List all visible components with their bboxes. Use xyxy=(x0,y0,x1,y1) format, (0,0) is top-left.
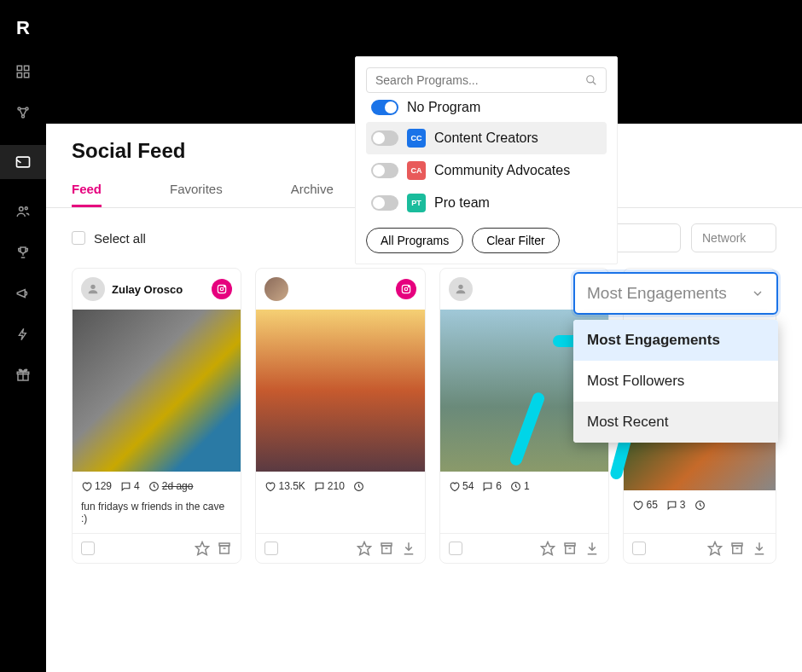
select-all-checkbox[interactable] xyxy=(72,231,85,245)
card-checkbox[interactable] xyxy=(264,542,278,555)
svg-marker-29 xyxy=(542,542,555,555)
program-badge: CC xyxy=(407,129,426,148)
program-badge: PT xyxy=(407,194,426,212)
search-icon xyxy=(585,74,597,86)
program-row-no-program[interactable]: No Program xyxy=(366,93,607,122)
nav-feed-icon[interactable] xyxy=(0,145,46,179)
comments-stat: 4 xyxy=(120,480,140,492)
tab-favorites[interactable]: Favorites xyxy=(170,173,223,207)
post-image[interactable] xyxy=(624,435,776,490)
svg-rect-35 xyxy=(733,546,742,553)
annotation-scribble xyxy=(509,391,546,466)
select-all[interactable]: Select all xyxy=(72,231,146,246)
avatar[interactable] xyxy=(449,277,473,301)
network-dropdown[interactable]: Network xyxy=(691,223,776,252)
svg-rect-19 xyxy=(220,546,230,553)
svg-marker-33 xyxy=(708,542,721,555)
sort-option-most-followers[interactable]: Most Followers xyxy=(573,361,778,402)
author-name[interactable]: Zulay Orosco xyxy=(112,283,183,296)
tab-feed[interactable]: Feed xyxy=(72,173,102,207)
toggle[interactable] xyxy=(371,195,398,211)
sort-label: Most Engagements xyxy=(587,284,727,303)
time-stat: 2d ago xyxy=(148,480,194,492)
svg-point-27 xyxy=(458,285,462,289)
program-badge: CA xyxy=(407,161,426,180)
heart-icon xyxy=(81,481,92,492)
card-footer xyxy=(624,533,776,563)
avatar[interactable] xyxy=(264,277,288,301)
card-checkbox[interactable] xyxy=(81,542,95,555)
post-image[interactable] xyxy=(73,310,241,472)
svg-point-8 xyxy=(20,207,24,211)
card-footer xyxy=(256,533,424,563)
svg-point-6 xyxy=(22,115,25,118)
clear-filter-button[interactable]: Clear Filter xyxy=(472,228,559,253)
avatar[interactable] xyxy=(81,277,105,301)
archive-icon[interactable] xyxy=(379,541,394,556)
comments-stat: 6 xyxy=(482,480,502,492)
program-row-pro-team[interactable]: PT Pro team xyxy=(366,187,607,219)
download-icon[interactable] xyxy=(584,541,600,556)
sort-menu: Most Engagements Most Followers Most Rec… xyxy=(573,320,778,443)
svg-point-14 xyxy=(221,287,224,291)
likes-stat: 129 xyxy=(81,480,112,492)
likes-stat: 13.5K xyxy=(264,480,305,492)
programs-search-input[interactable] xyxy=(375,73,578,87)
toggle[interactable] xyxy=(371,130,398,146)
sort-button[interactable]: Most Engagements xyxy=(573,272,778,315)
card-checkbox[interactable] xyxy=(632,542,646,555)
post-image[interactable] xyxy=(256,310,424,472)
svg-point-21 xyxy=(404,287,408,291)
archive-icon[interactable] xyxy=(217,541,232,556)
nav-gift-icon[interactable] xyxy=(15,367,32,384)
star-icon[interactable] xyxy=(195,541,210,556)
nav-trophy-icon[interactable] xyxy=(15,244,32,261)
svg-point-9 xyxy=(25,207,27,210)
svg-rect-1 xyxy=(25,66,29,70)
svg-marker-17 xyxy=(196,542,209,555)
clock-icon xyxy=(148,481,160,492)
sort-option-most-recent[interactable]: Most Recent xyxy=(573,402,778,443)
tab-archive[interactable]: Archive xyxy=(291,173,334,207)
sidebar-nav: R xyxy=(0,0,46,672)
toggle-no-program[interactable] xyxy=(371,100,398,115)
toggle[interactable] xyxy=(371,163,398,178)
download-icon[interactable] xyxy=(752,541,767,556)
programs-popover: No Program CC Content Creators CA Commun… xyxy=(355,56,618,264)
nav-dashboard-icon[interactable] xyxy=(15,63,32,80)
star-icon[interactable] xyxy=(540,541,555,556)
program-label: Pro team xyxy=(434,195,490,211)
nav-connections-icon[interactable] xyxy=(15,104,32,121)
all-programs-button[interactable]: All Programs xyxy=(366,228,463,253)
archive-icon[interactable] xyxy=(562,541,578,556)
program-row-content-creators[interactable]: CC Content Creators xyxy=(366,122,607,154)
archive-icon[interactable] xyxy=(729,541,745,556)
download-icon[interactable] xyxy=(401,541,416,556)
svg-point-12 xyxy=(90,285,95,289)
time-stat xyxy=(694,500,706,511)
svg-point-22 xyxy=(408,287,409,287)
programs-search[interactable] xyxy=(366,67,607,93)
comments-stat: 3 xyxy=(666,499,686,511)
logo: R xyxy=(16,17,30,39)
time-stat: 1 xyxy=(510,480,530,492)
card-footer xyxy=(440,533,608,563)
feed-card: Zulay Orosco 129 4 2d ago fun fridays w … xyxy=(72,268,241,564)
svg-point-15 xyxy=(224,287,225,287)
svg-marker-24 xyxy=(357,542,370,555)
nav-megaphone-icon[interactable] xyxy=(15,285,32,302)
program-row-community-advocates[interactable]: CA Community Advocates xyxy=(366,154,607,187)
comments-stat: 210 xyxy=(314,480,345,492)
card-checkbox[interactable] xyxy=(449,542,462,555)
nav-people-icon[interactable] xyxy=(15,203,32,220)
nav-lightning-icon[interactable] xyxy=(15,326,32,343)
star-icon[interactable] xyxy=(707,541,723,556)
star-icon[interactable] xyxy=(357,541,372,556)
chevron-down-icon xyxy=(751,287,764,300)
feed-card: 13.5K 210 xyxy=(255,268,425,564)
instagram-icon xyxy=(396,279,416,299)
post-stats: 129 4 2d ago xyxy=(73,472,241,501)
svg-rect-0 xyxy=(17,66,21,70)
program-label: Community Advocates xyxy=(434,163,570,178)
sort-option-most-engagements[interactable]: Most Engagements xyxy=(573,320,778,361)
